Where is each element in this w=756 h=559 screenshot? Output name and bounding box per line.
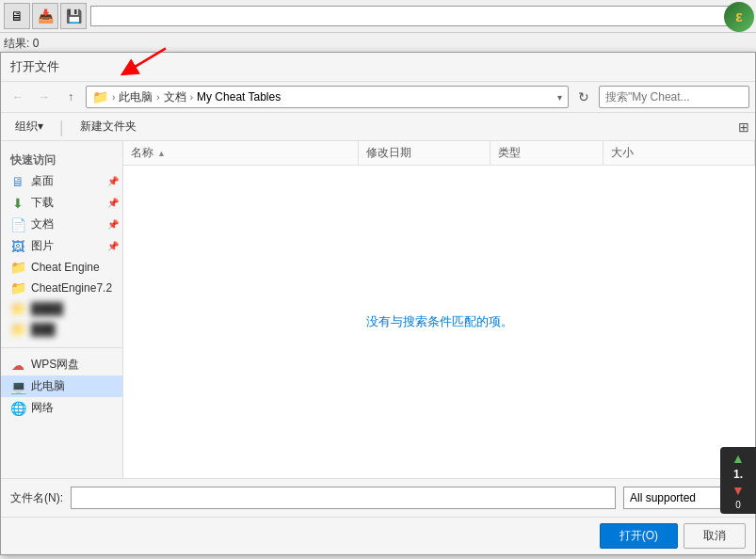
sidebar-item-pic[interactable]: 🖼 图片 📌 (1, 235, 122, 257)
breadcrumb-sep1: › (112, 92, 115, 103)
organize-button[interactable]: 组织▾ (7, 116, 52, 137)
download-icon: ⬇ (10, 196, 25, 211)
file-list-area: 名称 ▲ 修改日期 类型 大小 没有与搜索条件匹配的项。 (123, 141, 755, 478)
sidebar-item-pc[interactable]: 💻 此电脑 (1, 375, 122, 397)
up-button[interactable]: ↑ (59, 87, 82, 107)
ce-results-label: 结果: 0 (4, 36, 39, 52)
breadcrumb[interactable]: 📁 › 此电脑 › 文档 › My Cheat Tables ▾ (86, 86, 569, 108)
open-button[interactable]: 打开(O) (600, 523, 678, 549)
ce-icon-2[interactable]: 📥 (32, 3, 58, 29)
ce-address-bar (90, 6, 748, 26)
sidebar-quick-access-title: 快速访问 (1, 149, 122, 170)
sidebar-pin-desktop: 📌 (107, 176, 119, 186)
sidebar-label-cheat-engine: Cheat Engine (31, 261, 100, 274)
ce-icon-3[interactable]: 💾 (60, 3, 87, 29)
filename-input[interactable] (71, 487, 616, 509)
col-header-name[interactable]: 名称 ▲ (123, 141, 359, 165)
sidebar-pin-pic: 📌 (107, 241, 119, 251)
refresh-button[interactable]: ↻ (572, 87, 595, 107)
sidebar: 快速访问 🖥 桌面 📌 ⬇ 下载 📌 📄 文档 📌 🖼 图 (1, 141, 123, 478)
toolbar-row: 组织▾ | 新建文件夹 ⊞ (1, 113, 755, 141)
pc-icon: 💻 (10, 379, 25, 394)
bottom-buttons: 打开(O) 取消 (1, 517, 755, 554)
ce-logo: ε (724, 2, 754, 32)
breadcrumb-sep3: › (190, 92, 193, 103)
blurred1-icon: 📁 (10, 301, 25, 316)
breadcrumb-dropdown-arrow[interactable]: ▾ (557, 92, 562, 103)
forward-button[interactable]: → (33, 87, 56, 107)
cancel-button[interactable]: 取消 (684, 523, 746, 549)
view-options-button[interactable]: ⊞ (738, 120, 749, 135)
ce-toolbar-icons: 🖥 📥 💾 (4, 3, 87, 29)
sidebar-item-desktop[interactable]: 🖥 桌面 📌 (1, 170, 122, 192)
nav-bar: ← → ↑ 📁 › 此电脑 › 文档 › My Cheat Tables ▾ ↻ (1, 82, 755, 113)
widget-number: 1. (733, 468, 743, 481)
bottom-filename-bar: 文件名(N): All supported (1, 478, 755, 517)
widget-down-arrow: ▼ (732, 483, 745, 498)
sort-arrow-name: ▲ (157, 149, 166, 158)
breadcrumb-path1[interactable]: 文档 (164, 89, 186, 105)
sidebar-item-cheat-engine-72[interactable]: 📁 CheatEngine7.2 (1, 278, 122, 298)
file-list-empty-message: 没有与搜索条件匹配的项。 (123, 166, 755, 478)
sidebar-pin-download: 📌 (107, 198, 119, 208)
sidebar-label-blurred1: ████ (31, 302, 63, 315)
sidebar-label-desktop: 桌面 (31, 173, 54, 189)
sidebar-label-download: 下载 (31, 195, 54, 211)
file-list-header: 名称 ▲ 修改日期 类型 大小 (123, 141, 755, 166)
search-input[interactable] (599, 86, 749, 108)
sidebar-item-blurred1: 📁 ████ (1, 298, 122, 319)
sidebar-item-wps[interactable]: ☁ WPS网盘 (1, 354, 122, 375)
pic-icon: 🖼 (10, 239, 25, 254)
col-header-size[interactable]: 大小 (603, 141, 755, 165)
sidebar-label-blurred2: ███ (31, 323, 56, 336)
sidebar-item-download[interactable]: ⬇ 下载 📌 (1, 192, 122, 214)
sidebar-label-doc: 文档 (31, 216, 54, 232)
open-file-dialog: 打开文件 ← → ↑ 📁 › 此电脑 › 文档 › My Cheat Table… (0, 52, 756, 555)
main-content: 快速访问 🖥 桌面 📌 ⬇ 下载 📌 📄 文档 📌 🖼 图 (1, 141, 755, 478)
col-header-type[interactable]: 类型 (491, 141, 603, 165)
col-header-date[interactable]: 修改日期 (359, 141, 491, 165)
cheat-engine-folder-icon: 📁 (10, 260, 25, 275)
desktop-icon: 🖥 (10, 174, 25, 189)
new-folder-button[interactable]: 新建文件夹 (72, 116, 145, 137)
breadcrumb-root[interactable]: 此电脑 (119, 89, 153, 105)
breadcrumb-sep2: › (156, 92, 159, 103)
breadcrumb-folder-icon: 📁 (92, 89, 108, 104)
sidebar-label-pc: 此电脑 (31, 378, 65, 394)
sidebar-pin-doc: 📌 (107, 219, 119, 230)
sidebar-label-wps: WPS网盘 (31, 357, 79, 373)
sidebar-item-doc[interactable]: 📄 文档 📌 (1, 214, 122, 235)
wps-icon: ☁ (10, 358, 25, 373)
sidebar-label-pic: 图片 (31, 238, 54, 254)
sidebar-item-network[interactable]: 🌐 网络 (1, 397, 122, 419)
network-icon: 🌐 (10, 401, 25, 416)
breadcrumb-current[interactable]: My Cheat Tables (197, 90, 281, 104)
ce-icon-1[interactable]: 🖥 (4, 3, 30, 29)
back-button[interactable]: ← (7, 87, 29, 107)
sidebar-label-network: 网络 (31, 400, 54, 416)
floating-widget: ▲ 1. ▼ 0 (720, 447, 756, 514)
toolbar-separator: | (59, 119, 64, 136)
doc-icon: 📄 (10, 217, 25, 232)
cheat-engine-72-folder-icon: 📁 (10, 280, 25, 295)
widget-up-arrow: ▲ (732, 451, 745, 466)
filename-label: 文件名(N): (10, 490, 63, 506)
sidebar-item-blurred2: 📁 ███ (1, 319, 122, 340)
sidebar-item-cheat-engine[interactable]: 📁 Cheat Engine (1, 257, 122, 278)
widget-sub: 0 (735, 500, 741, 510)
dialog-title: 打开文件 (1, 53, 755, 82)
blurred2-icon: 📁 (10, 322, 25, 337)
sidebar-label-cheat-engine-72: CheatEngine7.2 (31, 281, 112, 295)
